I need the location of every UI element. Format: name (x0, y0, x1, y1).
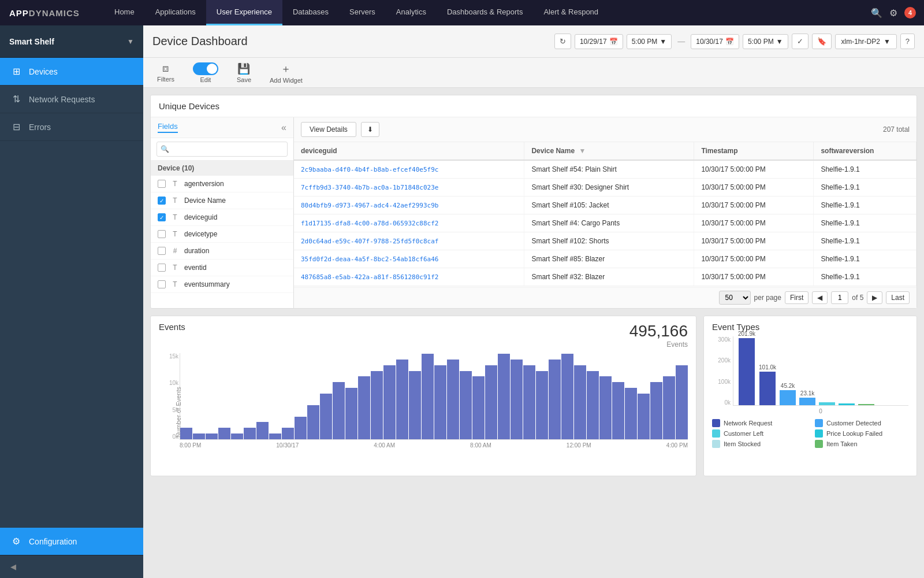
start-date-input[interactable]: 10/29/17 📅 (575, 34, 623, 49)
event-bar[interactable] (561, 354, 573, 439)
first-page-btn[interactable]: First (785, 291, 808, 304)
end-time-input[interactable]: 5:00 PM ▼ (743, 34, 788, 49)
fields-collapse-icon[interactable]: « (281, 123, 286, 133)
event-bar[interactable] (333, 382, 345, 439)
edit-toggle[interactable] (193, 62, 218, 75)
nav-user-experience[interactable]: User Experience (206, 0, 282, 25)
event-bar[interactable] (218, 428, 230, 439)
event-bar[interactable] (371, 371, 383, 439)
col-header-timestamp[interactable]: Timestamp (694, 142, 814, 160)
event-bar[interactable] (625, 388, 637, 439)
edit-btn[interactable]: Edit (188, 60, 223, 86)
event-bar[interactable] (663, 376, 675, 439)
event-bar[interactable] (574, 365, 586, 439)
table-row[interactable]: 2d0c64ad-e59c-407f-9788-25fd5f0c8caf Sma… (294, 232, 916, 250)
nav-dashboards[interactable]: Dashboards & Reports (437, 0, 534, 25)
event-bar[interactable] (472, 376, 485, 439)
save-btn[interactable]: 💾 Save (232, 60, 256, 86)
field-checkbox-devicetype[interactable] (158, 230, 166, 238)
event-bar[interactable] (434, 365, 446, 439)
end-date-input[interactable]: 10/30/17 📅 (691, 34, 739, 49)
event-bar[interactable] (244, 428, 256, 439)
settings-icon[interactable]: ⚙ (889, 8, 897, 18)
event-bar[interactable] (676, 365, 688, 439)
table-row[interactable]: 80d4bfb9-d973-4967-adc4-42aef2993c9b Sma… (294, 197, 916, 214)
table-row[interactable]: f1d17135-dfa8-4c00-a78d-065932c88cf2 Sma… (294, 214, 916, 232)
event-bar[interactable] (549, 360, 561, 439)
event-type-bar[interactable] (739, 338, 755, 405)
view-details-btn[interactable]: View Details (301, 122, 356, 137)
nav-home[interactable]: Home (104, 0, 145, 25)
nav-analytics[interactable]: Analytics (386, 0, 437, 25)
sidebar-item-errors[interactable]: ⊟ Errors (0, 113, 143, 141)
preset-dropdown[interactable]: xlm-1hr-DP2 ▼ (835, 34, 897, 49)
field-item[interactable]: ✓ T deviceguid (151, 209, 293, 226)
fields-tab[interactable]: Fields (158, 122, 178, 133)
start-time-input[interactable]: 5:00 PM ▼ (627, 34, 672, 49)
event-bar[interactable] (256, 422, 269, 439)
col-header-devicename[interactable]: Device Name ▼ (524, 142, 694, 160)
event-bar[interactable] (485, 365, 497, 439)
event-bar[interactable] (511, 360, 523, 439)
event-bar[interactable] (307, 405, 319, 439)
table-row[interactable]: 487685a8-e5ab-422a-a81f-8561280c91f2 Sma… (294, 268, 916, 286)
filters-btn[interactable]: ⧈ Filters (152, 60, 179, 85)
event-bar[interactable] (523, 365, 535, 439)
notification-badge[interactable]: 4 (904, 7, 916, 18)
event-type-bar[interactable] (780, 390, 796, 405)
event-bar[interactable] (383, 365, 396, 439)
field-checkbox-duration[interactable] (158, 247, 166, 255)
event-bar[interactable] (295, 417, 307, 439)
event-type-bar[interactable] (858, 404, 874, 405)
field-checkbox-deviceguid[interactable]: ✓ (158, 213, 166, 221)
field-checkbox-agentversion[interactable] (158, 180, 166, 188)
field-checkbox-devicename[interactable]: ✓ (158, 197, 166, 205)
check-btn[interactable]: ✓ (792, 34, 808, 49)
col-header-softwareversion[interactable]: softwareversion (814, 142, 916, 160)
event-bar[interactable] (638, 394, 650, 439)
event-type-bar[interactable] (759, 372, 776, 405)
event-bar[interactable] (231, 433, 243, 439)
event-bar[interactable] (536, 371, 548, 439)
event-bar[interactable] (460, 371, 472, 439)
sidebar-item-network[interactable]: ⇅ Network Requests (0, 86, 143, 113)
sidebar-collapse-btn[interactable]: ◀ (0, 555, 143, 578)
prev-page-btn[interactable]: ◀ (812, 291, 828, 304)
nav-alert[interactable]: Alert & Respond (533, 0, 609, 25)
event-bar[interactable] (447, 360, 459, 439)
table-row[interactable]: 2c9baaba-d4f0-4b4f-b8ab-efcef40e5f9c Sma… (294, 160, 916, 179)
field-checkbox-eventid[interactable] (158, 264, 166, 272)
per-page-select[interactable]: 50 25 100 (719, 291, 751, 305)
search-icon[interactable]: 🔍 (871, 8, 882, 18)
event-bar[interactable] (587, 371, 599, 439)
field-item[interactable]: T agentversion (151, 176, 293, 192)
event-bar[interactable] (282, 428, 294, 439)
nav-databases[interactable]: Databases (282, 0, 339, 25)
table-row[interactable]: 35fd0f2d-deaa-4a5f-8bc2-54ab18cf6a46 Sma… (294, 250, 916, 268)
sidebar-item-devices[interactable]: ⊞ Devices (0, 58, 143, 86)
event-type-bar[interactable] (839, 403, 855, 405)
event-bar[interactable] (269, 433, 281, 439)
next-page-btn[interactable]: ▶ (867, 291, 882, 304)
event-bar[interactable] (345, 388, 357, 439)
help-btn[interactable]: ? (900, 34, 915, 49)
field-checkbox-eventsummary[interactable] (158, 280, 166, 288)
field-item[interactable]: ✓ T Device Name (151, 192, 293, 209)
event-bar[interactable] (396, 360, 408, 439)
field-item[interactable]: T eventid (151, 260, 293, 276)
event-bar[interactable] (320, 394, 332, 439)
nav-applications[interactable]: Applications (145, 0, 206, 25)
event-bar[interactable] (180, 428, 192, 439)
field-item[interactable]: T eventsummary (151, 276, 293, 293)
field-item[interactable]: T devicetype (151, 226, 293, 243)
export-btn[interactable]: ⬇ (361, 122, 379, 137)
add-widget-btn[interactable]: ＋ Add Widget (265, 60, 307, 86)
event-bar[interactable] (650, 382, 662, 439)
event-bar[interactable] (599, 376, 612, 439)
sidebar-config[interactable]: ⚙ Configuration (0, 528, 143, 555)
event-bar[interactable] (409, 371, 421, 439)
field-item[interactable]: # duration (151, 243, 293, 260)
col-header-deviceguid[interactable]: deviceguid (294, 142, 524, 160)
nav-servers[interactable]: Servers (339, 0, 386, 25)
sidebar-app-header[interactable]: Smart Shelf ▼ (0, 25, 143, 58)
